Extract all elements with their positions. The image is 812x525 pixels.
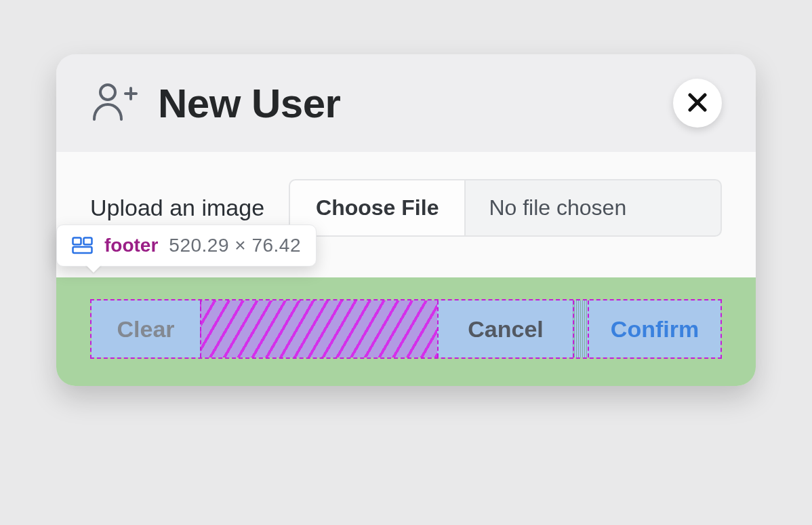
file-picker: Choose File No file chosen — [289, 179, 722, 237]
dialog-title: New User — [158, 80, 340, 127]
flex-gap-region — [200, 300, 437, 357]
close-button[interactable] — [673, 79, 722, 128]
svg-rect-6 — [84, 238, 92, 245]
flex-gap-small — [573, 300, 588, 357]
inspector-tooltip: footer 520.29 × 76.42 — [56, 225, 317, 267]
inspector-dimensions: 520.29 × 76.42 — [169, 235, 301, 256]
flex-layout-icon — [72, 237, 94, 254]
file-status-text: No file chosen — [466, 180, 649, 235]
upload-image-label: Upload an image — [90, 195, 264, 221]
close-icon — [686, 91, 709, 116]
confirm-button[interactable]: Confirm — [588, 300, 720, 357]
cancel-button[interactable]: Cancel — [437, 300, 573, 357]
clear-button[interactable]: Clear — [92, 300, 200, 357]
user-plus-icon — [90, 81, 138, 125]
choose-file-button[interactable]: Choose File — [290, 180, 466, 235]
new-user-dialog: New User Upload an image Choose File No … — [56, 54, 756, 386]
footer-flex-overlay: Clear Cancel Confirm — [90, 299, 722, 359]
svg-rect-5 — [73, 238, 81, 245]
svg-rect-7 — [73, 247, 92, 253]
inspector-element-name: footer — [104, 235, 158, 256]
svg-point-0 — [100, 85, 115, 100]
dialog-header: New User — [56, 54, 756, 152]
dialog-footer: footer 520.29 × 76.42 Clear Cancel Confi… — [56, 277, 756, 386]
